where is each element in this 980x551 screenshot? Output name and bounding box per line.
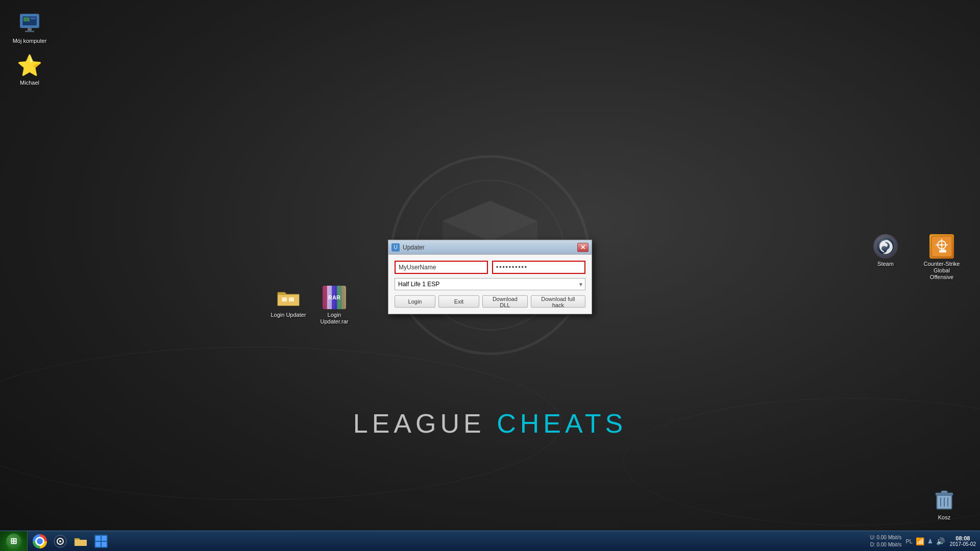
dialog-close-button[interactable]: ✕: [577, 242, 589, 252]
login-updater-label: Login Updater: [271, 312, 306, 318]
login-button[interactable]: Login: [395, 295, 435, 308]
svg-rect-14: [282, 297, 287, 302]
dialog-title-text: Updater: [403, 243, 577, 251]
login-updater-rar-label: Login Updater.rar: [316, 312, 353, 325]
svg-rect-9: [28, 28, 32, 31]
svg-rect-15: [289, 297, 294, 302]
taskbar-items: [28, 531, 866, 551]
dialog-title-icon: U: [391, 243, 400, 251]
steam-label: Steam: [877, 261, 894, 267]
svg-point-34: [59, 540, 61, 542]
my-computer-label: Mój komputer: [13, 38, 47, 44]
system-tray: PL 📶 ♟ 🔊: [905, 537, 944, 545]
network-stats: U: 0.00 Mbit/s D: 0.00 Mbit/s: [870, 534, 902, 548]
svg-point-22: [941, 244, 943, 246]
michael-folder-icon: ⭐: [17, 53, 42, 78]
svg-rect-39: [102, 542, 107, 547]
cheats-text: CHEATS: [497, 409, 627, 438]
svg-rect-37: [102, 536, 107, 541]
password-input[interactable]: [492, 261, 585, 274]
csgo-label: Counter-Strike Global Offensive: [921, 261, 962, 281]
start-orb-icon: ⊞: [10, 536, 17, 546]
league-cheats-banner: LEAGUE CHEATS: [353, 408, 627, 439]
desktop-icon-csgo[interactable]: Counter-Strike Global Offensive: [921, 232, 962, 283]
steam-icon: [873, 234, 898, 259]
game-dropdown[interactable]: Half Life 1 ESP CS:GO ESP CS:GO Aimbot: [395, 278, 585, 290]
username-input[interactable]: [395, 261, 488, 274]
svg-rect-38: [95, 542, 101, 547]
svg-rect-12: [23, 17, 30, 21]
login-updater-rar-icon: RAR: [322, 285, 347, 310]
volume-tray-icon[interactable]: 🔊: [936, 537, 945, 545]
taskbar-steam-button[interactable]: [51, 532, 69, 550]
exit-button[interactable]: Exit: [438, 295, 479, 308]
trash-icon: [932, 488, 957, 512]
svg-rect-31: [941, 491, 947, 493]
clock-time: 08:08: [950, 535, 976, 541]
taskbar-folder-icon: [74, 535, 87, 547]
clock-date: 2017-05-02: [950, 541, 976, 547]
start-orb: ⊞: [6, 534, 21, 549]
dialog-buttons-row: Login Exit Download DLL Download full ha…: [395, 295, 585, 308]
game-dropdown-wrapper: Half Life 1 ESP CS:GO ESP CS:GO Aimbot ▼: [395, 278, 585, 290]
desktop-icon-login-updater-rar[interactable]: RAR Login Updater.rar: [314, 283, 355, 327]
desktop-icon-michael[interactable]: ⭐ Michael: [9, 51, 50, 88]
upload-stat: U: 0.00 Mbit/s: [870, 534, 902, 541]
locale-indicator: PL: [905, 538, 912, 544]
taskbar-app-icon: [94, 535, 108, 548]
network-tray-icon[interactable]: 📶: [916, 537, 924, 545]
taskbar: ⊞: [0, 531, 980, 551]
credentials-row: [395, 261, 585, 274]
svg-rect-10: [25, 31, 34, 32]
svg-rect-13: [31, 17, 36, 19]
taskbar-chrome-button[interactable]: [31, 532, 49, 550]
dialog-body: Half Life 1 ESP CS:GO ESP CS:GO Aimbot ▼…: [388, 255, 592, 314]
desktop-icon-trash[interactable]: Kosz: [924, 486, 965, 523]
svg-rect-24: [943, 249, 945, 251]
updater-dialog: U Updater ✕ Half Life 1 ESP CS:GO ESP CS…: [388, 240, 592, 314]
svg-rect-36: [95, 536, 101, 541]
league-text: LEAGUE: [353, 409, 485, 438]
csgo-icon: [929, 234, 954, 259]
download-stat: D: 0.00 Mbit/s: [870, 541, 902, 548]
svg-rect-23: [939, 250, 946, 253]
download-full-hack-button[interactable]: Download full hack: [531, 295, 585, 308]
desktop: LEAGUE CHEATS Mój komputer ⭐ Michae: [0, 0, 980, 551]
taskbar-app-button[interactable]: [92, 532, 110, 550]
chrome-icon: [33, 534, 47, 548]
download-dll-button[interactable]: Download DLL: [482, 295, 528, 308]
desktop-icon-steam[interactable]: Steam: [865, 232, 906, 269]
login-updater-folder-icon: [276, 285, 301, 310]
taskbar-steam-icon: [54, 535, 67, 548]
desktop-icon-my-computer[interactable]: Mój komputer: [9, 9, 50, 46]
michael-label: Michael: [20, 80, 39, 86]
game-selection-row: Half Life 1 ESP CS:GO ESP CS:GO Aimbot ▼: [395, 278, 585, 290]
trash-label: Kosz: [938, 514, 950, 521]
start-button[interactable]: ⊞: [0, 531, 28, 552]
my-computer-icon: [17, 11, 42, 36]
rar-label: RAR: [328, 294, 340, 300]
desktop-icon-login-updater[interactable]: Login Updater: [268, 283, 309, 320]
taskbar-tray: U: 0.00 Mbit/s D: 0.00 Mbit/s PL 📶 ♟ 🔊 0…: [866, 531, 980, 551]
steam-tray-icon[interactable]: ♟: [927, 538, 933, 545]
dialog-titlebar: U Updater ✕: [388, 240, 592, 255]
system-clock[interactable]: 08:08 2017-05-02: [950, 535, 976, 547]
taskbar-folder-button[interactable]: [71, 532, 90, 550]
